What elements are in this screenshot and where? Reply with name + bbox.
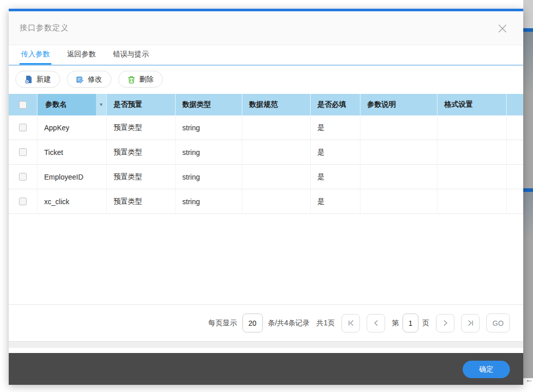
cell-format — [437, 165, 507, 189]
close-icon[interactable] — [496, 22, 509, 35]
page: ← 接口参数定义 传入参数 返回参数 错误与提示 — [0, 0, 533, 392]
cell-description — [360, 140, 437, 164]
cell-data-type: string — [176, 115, 242, 140]
row-checkbox[interactable] — [19, 173, 27, 181]
table-row[interactable]: EmployeeID 预置类型 string 是 — [9, 165, 523, 189]
cell-preset: 预置类型 — [107, 115, 176, 140]
new-button-label: 新建 — [36, 75, 51, 84]
interface-params-dialog: 接口参数定义 传入参数 返回参数 错误与提示 — [9, 9, 523, 385]
column-header-data-spec[interactable]: 数据规范 — [242, 94, 311, 115]
new-button[interactable]: 新建 — [15, 71, 60, 88]
trash-icon — [127, 75, 136, 84]
cell-description — [360, 115, 437, 140]
previous-page-button[interactable] — [367, 314, 385, 332]
cell-param-name: xc_click — [37, 189, 107, 213]
table-row[interactable]: xc_click 预置类型 string 是 — [9, 189, 523, 214]
total-pages-label: 共1页 — [316, 319, 335, 328]
cell-param-name: AppKey — [37, 115, 107, 140]
cell-data-spec — [242, 140, 311, 164]
column-header-param-name[interactable]: 参数名 ▼ — [37, 94, 107, 115]
cell-data-type: string — [176, 165, 242, 189]
tab-input-params[interactable]: 传入参数 — [20, 45, 51, 65]
column-menu-dropdown[interactable]: ▼ — [96, 94, 106, 115]
dialog-titlebar: 接口参数定义 — [9, 11, 523, 45]
next-page-button[interactable] — [436, 314, 454, 332]
cell-format — [437, 189, 507, 213]
cell-required: 是 — [311, 165, 360, 189]
row-checkbox[interactable] — [19, 124, 27, 131]
pagination-bar: 每页显示 条/共4条记录 共1页 第 页 — [9, 304, 523, 341]
cell-preset: 预置类型 — [107, 140, 176, 164]
first-page-icon — [348, 320, 354, 326]
chevron-left-icon — [373, 320, 379, 326]
dialog-footer: 确定 — [9, 353, 523, 385]
new-document-icon — [25, 75, 33, 84]
cell-data-type: string — [176, 189, 242, 213]
table-header-row: 参数名 ▼ 是否预置 数据类型 数据规范 是否必填 参数说明 格式设置 — [9, 94, 523, 115]
background-segment — [523, 32, 533, 93]
background-blue-line — [523, 28, 533, 32]
per-page-label: 每页显示 — [208, 319, 237, 328]
cell-description — [360, 165, 437, 189]
chevron-down-icon: ▼ — [99, 102, 104, 107]
cell-format — [437, 140, 507, 164]
page-suffix-label: 页 — [422, 319, 429, 328]
cell-data-spec — [242, 189, 311, 213]
dialog-tabs: 传入参数 返回参数 错误与提示 — [9, 45, 523, 66]
toolbar: 新建 修改 — [9, 66, 523, 94]
last-page-icon — [467, 320, 474, 326]
cell-data-spec — [242, 115, 311, 140]
column-header-filler — [507, 94, 523, 115]
row-checkbox[interactable] — [19, 148, 27, 156]
cell-param-name: Ticket — [37, 140, 107, 164]
cell-description — [360, 189, 437, 213]
tab-errors-and-prompts[interactable]: 错误与提示 — [111, 45, 150, 65]
header-checkbox-cell — [9, 94, 37, 115]
column-header-data-type[interactable]: 数据类型 — [176, 94, 242, 115]
table-row[interactable]: AppKey 预置类型 string 是 — [9, 115, 523, 140]
go-button[interactable]: GO — [486, 313, 510, 332]
page-prefix-label: 第 — [392, 319, 399, 328]
background-segment — [523, 93, 533, 188]
dialog-title: 接口参数定义 — [20, 23, 69, 33]
column-header-required[interactable]: 是否必填 — [311, 94, 360, 115]
column-header-preset[interactable]: 是否预置 — [107, 94, 176, 115]
cell-data-spec — [242, 165, 311, 189]
column-header-description[interactable]: 参数说明 — [360, 94, 437, 115]
table-body: AppKey 预置类型 string 是 Ticket 预置类型 string … — [9, 115, 523, 214]
edit-pencil-icon — [76, 75, 84, 84]
cell-format — [437, 115, 507, 140]
delete-button-label: 删除 — [139, 75, 154, 84]
select-all-checkbox[interactable] — [19, 101, 27, 109]
cell-param-name: EmployeeID — [37, 165, 107, 189]
confirm-button[interactable]: 确定 — [463, 361, 510, 378]
table-row[interactable]: Ticket 预置类型 string 是 — [9, 140, 523, 165]
edit-button[interactable]: 修改 — [67, 71, 111, 88]
last-page-button[interactable] — [461, 314, 480, 332]
page-size-input[interactable] — [242, 313, 263, 332]
background-page-edge — [523, 0, 533, 392]
page-number-input[interactable] — [403, 313, 418, 332]
cell-required: 是 — [311, 140, 360, 164]
chevron-right-icon — [442, 320, 449, 326]
cell-required: 是 — [311, 189, 360, 213]
background-segment — [523, 0, 533, 28]
first-page-button[interactable] — [341, 314, 360, 332]
edit-button-label: 修改 — [88, 75, 102, 84]
back-arrow-glyph: ← — [525, 375, 533, 384]
background-segment — [523, 192, 533, 241]
background-segment — [523, 241, 533, 378]
cell-data-type: string — [176, 140, 242, 164]
cell-required: 是 — [311, 115, 360, 140]
cell-preset: 预置类型 — [107, 189, 176, 213]
delete-button[interactable]: 删除 — [118, 71, 163, 88]
records-count-label: 条/共4条记录 — [268, 319, 310, 328]
column-header-format[interactable]: 格式设置 — [437, 94, 507, 115]
cell-preset: 预置类型 — [107, 165, 176, 189]
row-checkbox[interactable] — [19, 198, 27, 205]
tab-return-params[interactable]: 返回参数 — [65, 45, 97, 65]
pre-footer-strip — [9, 341, 523, 348]
background-blue-line — [523, 188, 533, 192]
